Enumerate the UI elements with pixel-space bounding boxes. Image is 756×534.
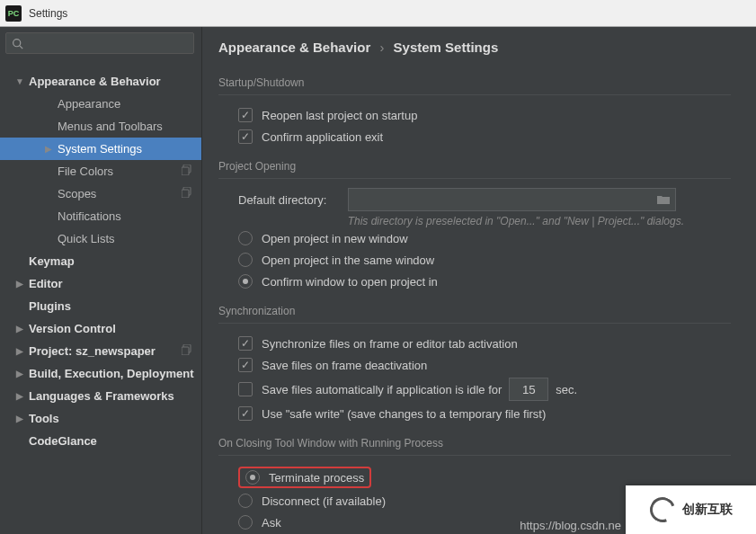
section-startup-title: Startup/Shutdown [218,76,731,89]
sidebar-item-label: Notifications [58,209,121,223]
brand-text: 创新互联 [682,502,733,518]
sidebar-item-file-colors[interactable]: File Colors [0,160,201,182]
sidebar-item-label: Appearance & Behavior [29,75,161,88]
label-same-window: Open project in the same window [262,254,434,267]
chevron-icon: ▶ [43,144,54,154]
chevron-icon: ▶ [14,279,25,289]
sidebar-item-scopes[interactable]: Scopes [0,182,201,205]
sidebar-item-label: Scopes [58,187,96,200]
label-new-window: Open project in new window [262,232,408,245]
breadcrumb-root[interactable]: Appearance & Behavior [218,40,370,55]
copy-icon [182,187,192,200]
sidebar-item-quick-lists[interactable]: Quick Lists [0,227,201,250]
sidebar-item-editor[interactable]: ▶Editor [0,272,201,295]
radio-same-window[interactable] [238,253,253,267]
window-title: Settings [29,7,67,20]
label-reopen-last: Reopen last project on startup [262,109,417,122]
svg-line-1 [20,45,22,48]
label-confirm-window: Confirm window to open project in [262,275,438,289]
section-opening-title: Project Opening [218,160,731,173]
chevron-icon: ▶ [14,391,25,401]
sidebar-item-version-control[interactable]: ▶Version Control [0,317,201,340]
section-sync-title: Synchronization [218,305,731,317]
sidebar-item-label: CodeGlance [29,434,97,448]
input-autosave-seconds[interactable] [509,378,548,401]
chevron-icon: ▼ [14,76,25,86]
sidebar-item-plugins[interactable]: Plugins [0,295,201,317]
search-input[interactable] [5,32,194,54]
section-closing-title: On Closing Tool Window with Running Proc… [218,437,731,449]
checkbox-autosave[interactable] [238,382,253,396]
sidebar-item-appearance[interactable]: Appearance [0,93,201,115]
sidebar-item-label: Quick Lists [58,232,115,245]
breadcrumb-leaf: System Settings [394,40,499,55]
breadcrumb: Appearance & Behavior › System Settings [218,36,731,64]
checkbox-save-deact[interactable] [238,358,253,372]
sidebar-item-label: Project: sz_newspaper [29,344,156,358]
svg-rect-5 [182,190,189,198]
main-panel: Appearance & Behavior › System Settings … [202,27,756,534]
sidebar-item-label: File Colors [58,165,113,178]
radio-terminate[interactable] [245,470,260,485]
sidebar-item-project-sz-newspaper[interactable]: ▶Project: sz_newspaper [0,340,201,362]
sidebar-item-build-execution-deployment[interactable]: ▶Build, Execution, Deployment [0,362,201,385]
sidebar-item-label: Editor [29,277,63,290]
svg-rect-7 [182,347,189,355]
title-bar: PC Settings [0,0,756,27]
chevron-icon: ▶ [14,346,25,356]
sidebar-item-keymap[interactable]: Keymap [0,250,201,272]
sidebar-item-codeglance[interactable]: CodeGlance [0,430,201,452]
folder-icon[interactable] [657,194,670,205]
sidebar-item-label: Tools [29,412,59,425]
copy-icon [182,344,192,358]
label-autosave-post: sec. [556,383,577,396]
radio-confirm-window[interactable] [238,274,253,289]
label-save-deact: Save files on frame deactivation [262,359,427,372]
sidebar: ▼Appearance & BehaviorAppearanceMenus an… [0,27,202,534]
radio-disconnect[interactable] [238,494,253,508]
sidebar-item-menus-and-toolbars[interactable]: Menus and Toolbars [0,115,201,138]
radio-ask[interactable] [238,515,253,530]
sidebar-item-label: Keymap [29,254,75,268]
sidebar-item-label: Plugins [29,299,71,313]
label-terminate: Terminate process [269,471,364,485]
checkbox-confirm-exit[interactable] [238,129,253,144]
sidebar-item-tools[interactable]: ▶Tools [0,407,201,430]
checkbox-reopen-last[interactable] [238,108,253,122]
sidebar-item-languages-frameworks[interactable]: ▶Languages & Frameworks [0,385,201,407]
sidebar-item-label: Build, Execution, Deployment [29,367,193,380]
label-default-dir: Default directory: [238,193,348,207]
sidebar-item-label: System Settings [58,142,142,156]
highlight-terminate: Terminate process [238,467,371,488]
sidebar-item-label: Version Control [29,322,116,335]
watermark-url: https://blog.csdn.ne [520,519,621,532]
label-safe-write: Use "safe write" (save changes to a temp… [262,407,546,421]
label-ask: Ask [262,516,281,530]
input-default-dir[interactable] [348,188,676,211]
overlay-brand-logo: 创新互联 [626,485,756,534]
sidebar-item-appearance-behavior[interactable]: ▼Appearance & Behavior [0,70,201,93]
label-confirm-exit: Confirm application exit [262,130,383,144]
chevron-icon: ▶ [14,369,25,378]
chevron-icon: ▶ [14,414,25,423]
sidebar-item-label: Menus and Toolbars [58,120,163,133]
breadcrumb-separator-icon: › [379,40,384,55]
hint-default-dir: This directory is preselected in "Open..… [218,215,686,227]
brand-ring-icon [645,493,679,526]
checkbox-safe-write[interactable] [238,406,253,421]
sidebar-item-system-settings[interactable]: ▶System Settings [0,138,201,160]
label-disconnect: Disconnect (if available) [262,494,386,508]
sidebar-item-label: Languages & Frameworks [29,389,174,403]
label-sync-frame: Synchronize files on frame or editor tab… [262,337,518,351]
label-autosave-pre: Save files automatically if application … [262,383,502,396]
radio-new-window[interactable] [238,231,253,245]
app-logo-icon: PC [5,5,22,22]
copy-icon [182,165,192,178]
svg-rect-3 [182,167,189,175]
checkbox-sync-frame[interactable] [238,336,253,351]
sidebar-item-label: Appearance [58,97,120,111]
chevron-icon: ▶ [14,324,25,334]
sidebar-item-notifications[interactable]: Notifications [0,205,201,227]
search-icon [12,38,23,49]
svg-point-0 [13,39,21,46]
